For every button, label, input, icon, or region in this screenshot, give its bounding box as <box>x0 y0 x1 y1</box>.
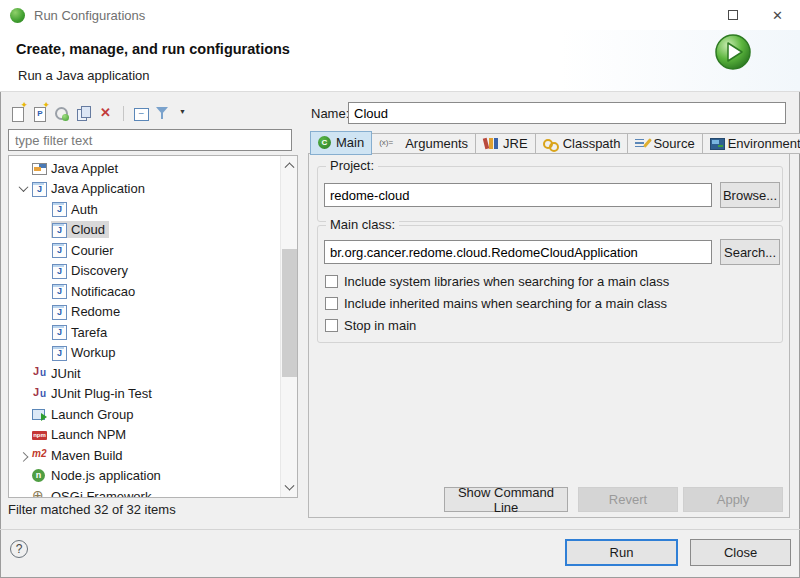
tree-item-content: JUnit Plug-in Test <box>31 385 156 402</box>
tree-item-label: Discovery <box>71 263 128 278</box>
tree-item-redome[interactable]: Redome <box>9 302 280 323</box>
project-label: Project: <box>326 158 378 173</box>
filter-input[interactable] <box>8 129 292 151</box>
help-button[interactable]: ? <box>10 540 28 558</box>
launch-toolbar <box>10 104 193 122</box>
tree-item-label: Workup <box>71 345 116 360</box>
tree-item-content: Launch Group <box>31 406 137 423</box>
tree-item-java-application[interactable]: Java Application <box>9 179 280 200</box>
checkbox-unchecked-icon[interactable] <box>325 297 338 310</box>
source-tab-icon <box>635 137 649 151</box>
tab-label: Arguments <box>405 136 468 151</box>
delete-icon[interactable] <box>98 105 114 121</box>
junit-icon <box>32 366 46 380</box>
name-input[interactable] <box>348 102 786 124</box>
tab-main[interactable]: Main <box>310 131 372 155</box>
tree-item-discovery[interactable]: Discovery <box>9 261 280 282</box>
scroll-up-icon[interactable] <box>281 156 298 173</box>
collapse-all-icon[interactable] <box>133 105 149 121</box>
tree-item-label: Auth <box>71 202 98 217</box>
checkbox-unchecked-icon[interactable] <box>325 275 338 288</box>
tab-label: Classpath <box>563 136 621 151</box>
tree-item-content: Java Application <box>31 180 149 197</box>
java-application-icon <box>52 223 66 237</box>
tab-source[interactable]: Source <box>628 133 702 154</box>
tree-item-label: Notificacao <box>71 284 135 299</box>
tab-arguments[interactable]: Arguments <box>372 133 476 154</box>
launch-group-icon <box>32 407 46 421</box>
tree-item-label: Redome <box>71 304 120 319</box>
duplicate-icon[interactable] <box>76 105 92 121</box>
main-class-input[interactable] <box>324 240 712 264</box>
tree-item-notificacao[interactable]: Notificacao <box>9 281 280 302</box>
tree-item-java-applet[interactable]: Java Applet <box>9 158 280 179</box>
tree-item-content: Redome <box>51 303 124 320</box>
tree-item-content: Java Applet <box>31 160 122 177</box>
tree-scrollbar[interactable] <box>280 156 297 497</box>
tree-item-workup[interactable]: Workup <box>9 343 280 364</box>
tree-item-content: Maven Build <box>31 447 127 464</box>
header-title: Create, manage, and run configurations <box>16 41 290 57</box>
tree-item-content: Discovery <box>51 262 132 279</box>
tree-item-launch-npm[interactable]: Launch NPM <box>9 425 280 446</box>
project-input[interactable] <box>324 183 712 207</box>
launch-config-tree: Java AppletJava ApplicationAuthCloudCour… <box>8 155 298 498</box>
close-button[interactable]: ✕ <box>755 0 800 30</box>
tree-item-launch-group[interactable]: Launch Group <box>9 404 280 425</box>
tree-item-maven-build[interactable]: Maven Build <box>9 445 280 466</box>
tree-item-content: Tarefa <box>51 324 111 341</box>
tree-item-label: Tarefa <box>71 325 107 340</box>
tree-item-cloud[interactable]: Cloud <box>9 220 280 241</box>
java-application-icon <box>52 346 66 360</box>
show-command-line-button[interactable]: Show Command Line <box>444 487 568 512</box>
maximize-button[interactable] <box>710 0 755 30</box>
export-launch-config-icon[interactable] <box>54 105 70 121</box>
tab-environment[interactable]: Environment <box>703 133 800 154</box>
checkbox-row-include-inherited-mains-[interactable]: Include inherited mains when searching f… <box>325 294 667 312</box>
window-title: Run Configurations <box>34 8 145 23</box>
tree-item-node-js-application[interactable]: Node.js application <box>9 466 280 487</box>
tree-item-label: Java Application <box>51 181 145 196</box>
filter-icon[interactable] <box>155 105 171 121</box>
search-button[interactable]: Search... <box>720 239 780 265</box>
tree-item-content: Workup <box>51 344 120 361</box>
tree-item-content: Courier <box>51 242 118 259</box>
run-button[interactable]: Run <box>565 539 678 566</box>
browse-button[interactable]: Browse... <box>720 182 780 208</box>
new-launch-config-icon[interactable] <box>10 105 26 121</box>
new-prototype-icon[interactable] <box>32 105 48 121</box>
help-icon: ? <box>16 542 23 556</box>
scrollbar-thumb[interactable] <box>282 249 297 377</box>
filter-status: Filter matched 32 of 32 items <box>8 502 176 517</box>
checkbox-row-include-system-libraries[interactable]: Include system libraries when searching … <box>325 272 669 290</box>
java-applet-icon <box>32 161 46 175</box>
tree-item-junit[interactable]: JUnit <box>9 363 280 384</box>
tree-item-auth[interactable]: Auth <box>9 199 280 220</box>
scroll-down-icon[interactable] <box>281 480 298 497</box>
tree-item-osgi-framework[interactable]: OSGi Framework <box>9 486 280 497</box>
maven-icon <box>32 448 46 462</box>
java-application-icon <box>52 284 66 298</box>
tree-item-tarefa[interactable]: Tarefa <box>9 322 280 343</box>
chevron-right-icon[interactable] <box>15 452 31 459</box>
dropdown-caret-icon[interactable] <box>177 105 193 121</box>
tab-label: Source <box>653 136 694 151</box>
npm-icon <box>32 428 46 442</box>
tree-item-label: Java Applet <box>51 161 118 176</box>
tree-item-label: Courier <box>71 243 114 258</box>
java-application-icon <box>32 182 46 196</box>
tab-jre[interactable]: JRE <box>476 133 536 154</box>
close-dialog-button[interactable]: Close <box>690 539 791 566</box>
checkbox-row-stop-in-main[interactable]: Stop in main <box>325 316 416 334</box>
tree-item-courier[interactable]: Courier <box>9 240 280 261</box>
checkbox-unchecked-icon[interactable] <box>325 319 338 332</box>
tab-classpath[interactable]: Classpath <box>536 133 629 154</box>
apply-button[interactable]: Apply <box>683 487 783 512</box>
arguments-tab-icon <box>379 137 401 151</box>
revert-button[interactable]: Revert <box>578 487 678 512</box>
chevron-down-icon[interactable] <box>15 185 31 192</box>
classpath-tab-icon <box>543 137 559 151</box>
tree-item-junit-plug-in-test[interactable]: JUnit Plug-in Test <box>9 384 280 405</box>
tree-rows: Java AppletJava ApplicationAuthCloudCour… <box>9 158 280 497</box>
checkbox-label: Stop in main <box>344 318 416 333</box>
